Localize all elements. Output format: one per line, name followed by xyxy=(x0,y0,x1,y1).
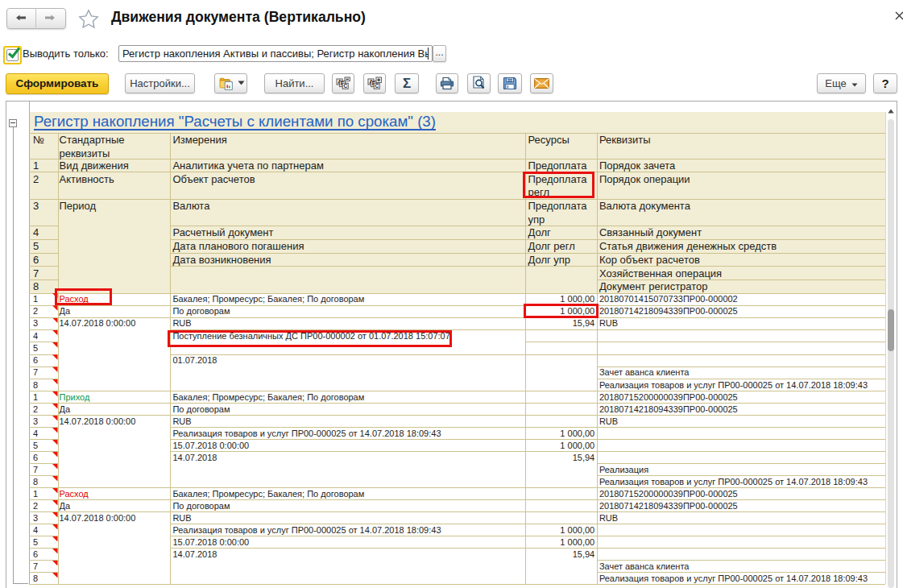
svg-text:С: С xyxy=(344,83,348,89)
svg-text:С: С xyxy=(375,83,379,89)
